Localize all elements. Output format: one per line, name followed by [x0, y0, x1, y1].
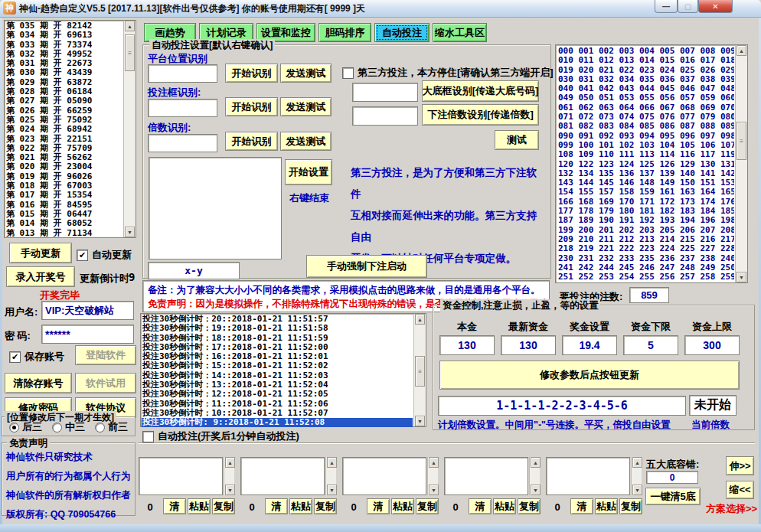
- manual-update-button[interactable]: 手动更新: [9, 243, 72, 263]
- draw-history-listbox[interactable]: 第 035 期 开 82142 第 034 期 开 69613 第 033 期 …: [4, 20, 136, 238]
- scroll-down-icon[interactable]: ▼: [429, 485, 439, 495]
- base-panel-3-textarea[interactable]: [342, 457, 426, 495]
- scroll-down-icon[interactable]: ▼: [737, 272, 746, 282]
- scroll-up-icon[interactable]: ▲: [125, 21, 135, 31]
- bet-numbers-listbox[interactable]: 000 001 002 003 004 005 007 008 009 010 …: [555, 44, 748, 283]
- tab-digit-sort[interactable]: 胆码排序: [318, 23, 371, 42]
- base-panel-2-paste-button[interactable]: 粘贴: [289, 498, 312, 514]
- scroll-up-icon[interactable]: ▲: [737, 45, 746, 56]
- base-panel-1-clear-button[interactable]: 清: [163, 498, 186, 514]
- auto-update-checkbox[interactable]: ✔ 自动更新: [77, 248, 132, 262]
- base-panel-5-textarea[interactable]: [546, 457, 630, 495]
- plan-multiplier-field[interactable]: 1-1-1-1-2-2-3-4-5-6: [438, 396, 686, 416]
- betbox-start-recognize-button[interactable]: 开始识别: [225, 97, 278, 116]
- base-panel-4-clear-button[interactable]: 清: [469, 498, 492, 514]
- base-panel-2-textarea[interactable]: [240, 457, 325, 495]
- base-panel-4-textarea[interactable]: [444, 457, 528, 495]
- scroll-down-icon[interactable]: ▼: [225, 485, 235, 495]
- scroll-up-icon[interactable]: ▲: [632, 457, 642, 468]
- base-panel-3-copy-button[interactable]: 复制: [416, 498, 439, 514]
- bet-multiplier-button[interactable]: 下注倍数设别[传递倍数]: [422, 104, 539, 126]
- platform-position-input[interactable]: [148, 64, 217, 83]
- base-panel-1-scrollbar[interactable]: ▲▼: [224, 457, 234, 495]
- bet-count-field[interactable]: 859: [629, 287, 669, 303]
- enter-draw-number-button[interactable]: 录入开奖号: [6, 266, 75, 287]
- third-party-checkbox[interactable]: 第三方投注，本方停住[请确认第三方端开启]: [342, 66, 554, 80]
- recognize-preview-box[interactable]: [149, 157, 282, 259]
- bet-multiplier-input[interactable]: [352, 106, 418, 126]
- close-button[interactable]: ✕: [698, 0, 733, 13]
- tolerance-field[interactable]: 0: [646, 471, 698, 484]
- start-setup-button[interactable]: 开始设置: [285, 159, 332, 185]
- username-field[interactable]: VIP:天空破解站: [41, 301, 134, 320]
- betbox-send-test-button[interactable]: 发送测试: [280, 97, 332, 116]
- software-trial-button[interactable]: 软件试用: [75, 373, 136, 393]
- base-panel-4-paste-button[interactable]: 粘贴: [493, 498, 516, 514]
- login-button[interactable]: 登陆软件: [75, 345, 136, 365]
- platform-start-recognize-button[interactable]: 开始识别: [225, 64, 278, 83]
- draw-history-scrollbar[interactable]: ▲ ▼ ≡: [123, 21, 136, 237]
- base-panel-5-copy-button[interactable]: 复制: [619, 498, 642, 514]
- expand-button[interactable]: 伸>>: [726, 456, 754, 475]
- auto-bet-after-draw-checkbox[interactable]: 自动投注(开奖后1分钟自动投注): [142, 429, 299, 443]
- log-selected-row[interactable]: 投注30秒倒计时: 9::2018-01-21 11:52:08: [142, 418, 413, 427]
- radio-mid3[interactable]: 中三: [52, 420, 85, 434]
- scroll-up-icon[interactable]: ▲: [531, 457, 541, 468]
- scroll-up-icon[interactable]: ▲: [225, 457, 235, 468]
- numbers-scrollbar[interactable]: ▲ ▼ ≡: [735, 45, 747, 282]
- base-panel-2-clear-button[interactable]: 清: [265, 498, 288, 514]
- base-panel-5-clear-button[interactable]: 清: [570, 498, 593, 514]
- base-panel-1-copy-button[interactable]: 复制: [212, 498, 235, 514]
- bet-countdown-log-listbox[interactable]: 投注30秒倒计时：20::2018-01-21 11:51:57 投注30秒倒计…: [140, 313, 426, 427]
- clear-5-bases-button[interactable]: 一键清5底: [645, 488, 701, 505]
- base-panel-5-scrollbar[interactable]: ▲▼: [631, 457, 642, 495]
- maximize-button[interactable]: ▢: [678, 0, 698, 13]
- multiplier-start-recognize-button[interactable]: 开始识别: [225, 132, 278, 151]
- radio-front3[interactable]: 前三: [95, 420, 128, 434]
- shrink-button[interactable]: 缩<<: [726, 481, 754, 499]
- scroll-down-icon[interactable]: ▼: [415, 416, 425, 426]
- base-panel-2-copy-button[interactable]: 复制: [314, 498, 337, 514]
- scroll-down-icon[interactable]: ▼: [531, 485, 541, 495]
- update-params-button[interactable]: 修改参数后点按钮更新: [439, 361, 740, 390]
- prize-setting-field[interactable]: 19.4: [562, 335, 617, 355]
- base-panel-4-copy-button[interactable]: 复制: [518, 498, 541, 514]
- base-panel-3-clear-button[interactable]: 清: [367, 498, 390, 514]
- base-panel-3-scrollbar[interactable]: ▲▼: [427, 457, 438, 495]
- scroll-up-icon[interactable]: ▲: [327, 457, 337, 468]
- base-panel-2-scrollbar[interactable]: ▲▼: [325, 457, 336, 495]
- scroll-thumb[interactable]: ≡: [125, 34, 135, 71]
- scroll-up-icon[interactable]: ▲: [415, 314, 425, 325]
- latest-funds-field[interactable]: 130: [501, 335, 556, 355]
- base-panel-1-paste-button[interactable]: 粘贴: [188, 498, 211, 514]
- xy-coordinate-field[interactable]: x-y: [148, 262, 240, 279]
- base-panel-1-textarea[interactable]: [139, 457, 223, 495]
- scroll-down-icon[interactable]: ▼: [125, 227, 135, 237]
- principal-field[interactable]: 130: [439, 335, 495, 355]
- multiplier-input[interactable]: [148, 134, 217, 152]
- platform-send-test-button[interactable]: 发送测试: [280, 64, 332, 83]
- funds-ceiling-field[interactable]: 300: [684, 335, 740, 355]
- base-panel-4-scrollbar[interactable]: ▲▼: [529, 457, 540, 495]
- minimize-button[interactable]: —: [655, 0, 678, 13]
- multiplier-send-test-button[interactable]: 发送测试: [280, 132, 332, 151]
- scroll-thumb[interactable]: ≡: [415, 356, 425, 387]
- clear-saved-account-button[interactable]: 清除存账号: [5, 373, 72, 393]
- scroll-down-icon[interactable]: ▼: [327, 485, 337, 495]
- bet-box-input[interactable]: [148, 99, 217, 117]
- tab-shrink-tools[interactable]: 缩水工具区: [433, 23, 487, 42]
- save-account-checkbox[interactable]: ✔ 保存账号: [9, 350, 64, 364]
- funds-floor-field[interactable]: 5: [623, 335, 678, 355]
- password-field[interactable]: ******: [41, 325, 134, 344]
- test-button[interactable]: 测试: [495, 130, 539, 150]
- scroll-down-icon[interactable]: ▼: [632, 485, 642, 495]
- bigbase-frame-input[interactable]: [352, 83, 418, 102]
- radio-back3[interactable]: 后三: [9, 420, 42, 434]
- tab-auto-bet[interactable]: 自动投注: [374, 23, 429, 42]
- base-panel-5-paste-button[interactable]: 粘贴: [595, 498, 618, 514]
- log-scrollbar[interactable]: ▲ ▼ ≡: [413, 314, 426, 426]
- manual-force-bet-button[interactable]: 手动强制下注启动: [306, 255, 427, 278]
- scroll-up-icon[interactable]: ▲: [429, 457, 439, 468]
- scroll-thumb[interactable]: ≡: [737, 122, 746, 160]
- plan-select-link[interactable]: 方案选择>>: [706, 502, 757, 516]
